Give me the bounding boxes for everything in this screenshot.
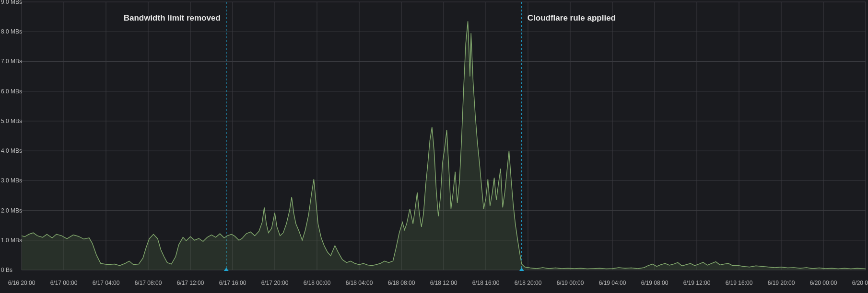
x-tick-label: 6/16 20:00 bbox=[8, 280, 35, 293]
x-tick-label: 6/19 00:00 bbox=[557, 280, 584, 293]
x-tick-label: 6/17 00:00 bbox=[50, 280, 78, 293]
y-tick-label: 9.0 MBs bbox=[1, 0, 22, 5]
x-tick-label: 6/20 00:00 bbox=[810, 280, 837, 293]
x-tick-label: 6/17 12:00 bbox=[177, 280, 204, 293]
x-tick-label: 6/19 12:00 bbox=[683, 280, 711, 293]
x-tick-label: 6/18 08:00 bbox=[388, 280, 415, 293]
annotation-label: Bandwidth limit removed bbox=[124, 13, 221, 23]
y-tick-label: 3.0 MBs bbox=[1, 177, 22, 184]
x-tick-label: 6/17 08:00 bbox=[135, 280, 162, 293]
x-tick-label: 6/17 04:00 bbox=[93, 280, 120, 293]
y-tick-label: 6.0 MBs bbox=[1, 88, 22, 95]
x-tick-label: 6/17 20:00 bbox=[261, 280, 289, 293]
x-tick-label: 6/19 20:00 bbox=[768, 280, 795, 293]
annotation-label: Cloudflare rule applied bbox=[528, 13, 616, 23]
y-tick-label: 0 Bs bbox=[1, 267, 12, 273]
x-tick-label: 6/18 00:00 bbox=[304, 280, 331, 293]
y-tick-label: 5.0 MBs bbox=[1, 118, 22, 124]
x-tick-label: 6/20 04:00 bbox=[852, 280, 868, 293]
y-tick-label: 8.0 MBs bbox=[1, 28, 22, 35]
x-tick-label: 6/17 16:00 bbox=[219, 280, 246, 293]
bandwidth-chart[interactable] bbox=[0, 0, 868, 293]
x-tick-label: 6/18 20:00 bbox=[515, 280, 542, 293]
y-tick-label: 2.0 MBs bbox=[1, 207, 22, 214]
y-tick-label: 1.0 MBs bbox=[1, 237, 22, 244]
x-tick-label: 6/18 04:00 bbox=[346, 280, 373, 293]
x-tick-label: 6/18 16:00 bbox=[472, 280, 500, 293]
x-tick-label: 6/19 16:00 bbox=[726, 280, 753, 293]
x-tick-label: 6/19 08:00 bbox=[641, 280, 669, 293]
x-tick-label: 6/18 12:00 bbox=[430, 280, 457, 293]
y-tick-label: 4.0 MBs bbox=[1, 147, 22, 154]
y-tick-label: 7.0 MBs bbox=[1, 58, 22, 65]
x-tick-label: 6/19 04:00 bbox=[599, 280, 626, 293]
